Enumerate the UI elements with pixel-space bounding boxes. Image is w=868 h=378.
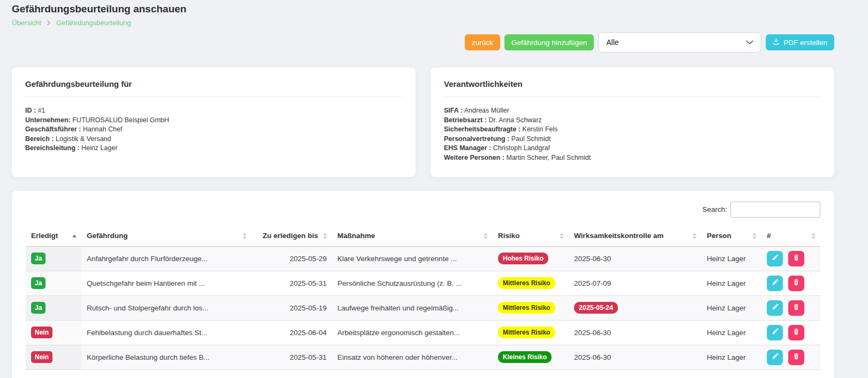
info-field: EHS Manager : Christoph Landgraf: [444, 144, 821, 153]
pencil-icon: [772, 353, 779, 361]
info-field-value: FUTUROSALUD Beispiel GmbH: [72, 116, 169, 124]
sort-icon: [484, 233, 488, 239]
person-cell: Heinz Lager: [701, 345, 761, 369]
measures-table: Erledigt Gefährdung Zu erledigen bis Maß…: [26, 226, 820, 370]
filter-select-value: Alle: [606, 38, 618, 47]
delete-button[interactable]: [788, 325, 804, 340]
info-field-value: Andreas Müller: [464, 107, 509, 114]
filter-select[interactable]: Alle: [598, 32, 761, 53]
done-cell: Ja: [26, 246, 81, 271]
breadcrumb-current[interactable]: Gefährdungsbeurteilung: [56, 19, 131, 27]
delete-button[interactable]: [788, 300, 804, 316]
column-header-massnahme[interactable]: Maßnahme: [332, 226, 493, 247]
pencil-icon: [772, 279, 779, 287]
control-date-cell: 2025-06-30: [569, 246, 701, 271]
back-button[interactable]: zurück: [465, 34, 500, 50]
control-date-cell: 2025-06-30: [569, 320, 701, 345]
done-cell: Ja: [26, 271, 81, 295]
hazard-cell: Rutsch- und Stolpergefahr durch los...: [81, 295, 252, 320]
info-field: ID : #1: [25, 106, 402, 116]
measure-cell: Laufwege freihalten und regelmäßig...: [332, 295, 493, 320]
assessment-fields: ID : #1Unternehmen: FUTUROSALUD Beispiel…: [25, 106, 402, 153]
info-field: SIFA : Andreas Müller: [444, 106, 821, 116]
info-field-label: Unternehmen:: [25, 116, 71, 124]
responsibilities-fields: SIFA : Andreas MüllerBetriebsarzt : Dr. …: [444, 106, 821, 163]
info-field-value: Paul Schmidt: [511, 135, 551, 143]
info-field-value: Martin Scheer, Paul Schmidt: [507, 154, 591, 161]
person-cell: Heinz Lager: [701, 246, 761, 271]
actions-cell: [761, 295, 820, 320]
breadcrumb-link-overview[interactable]: Übersicht: [12, 19, 41, 27]
toolbar: zurück Gefährdung hinzufügen Alle PDF er…: [12, 32, 834, 53]
search-input[interactable]: [730, 202, 820, 218]
download-icon: [773, 38, 780, 47]
info-field: Unternehmen: FUTUROSALUD Beispiel GmbH: [25, 116, 402, 125]
hazard-cell: Anfahrgefahr durch Flurförderzeuge...: [81, 246, 252, 271]
risk-badge: Mittleres Risiko: [498, 277, 555, 289]
info-field: Personalvertretung : Paul Schmidt: [444, 135, 821, 144]
sort-icon: [323, 233, 327, 239]
edit-button[interactable]: [767, 350, 783, 365]
column-header-person[interactable]: Person: [701, 226, 761, 247]
delete-button[interactable]: [788, 276, 804, 291]
card-divider: [25, 97, 402, 97]
info-field: Geschäftsführer : Hannah Chef: [25, 125, 402, 135]
sort-icon: [560, 233, 564, 239]
trash-icon: [793, 353, 799, 361]
page-title: Gefährdungsbeurteilung anschauen: [12, 3, 834, 15]
create-pdf-button[interactable]: PDF erstellen: [766, 34, 834, 50]
control-date-cell: 2025-05-24: [569, 295, 701, 320]
due-date-cell: 2025-05-31: [252, 345, 332, 369]
column-header-erledigt[interactable]: Erledigt: [26, 226, 81, 247]
done-cell: Ja: [26, 295, 81, 320]
measures-table-card: Search: Erledigt Gefährdung Zu erledigen…: [12, 191, 834, 378]
edit-button[interactable]: [767, 251, 783, 266]
delete-button[interactable]: [788, 350, 804, 365]
column-header-wirksamkeitskontrolle[interactable]: Wirksamkeitskontrolle am: [569, 226, 701, 247]
page: Gefährdungsbeurteilung anschauen Übersic…: [0, 0, 868, 378]
info-field-label: Sicherheitsbeauftragte :: [444, 125, 520, 133]
info-field-label: ID :: [25, 107, 36, 114]
add-hazard-button[interactable]: Gefährdung hinzufügen: [504, 34, 594, 50]
table-row: Ja Quetschgefahr beim Hantieren mit ... …: [26, 271, 820, 295]
column-header-actions[interactable]: #: [761, 226, 820, 247]
info-field-label: Geschäftsführer :: [25, 125, 81, 133]
info-field-label: Personalvertretung :: [444, 135, 509, 143]
risk-badge: Hohes Risiko: [498, 253, 548, 264]
hazard-cell: Körperliche Belastung durch tiefes B...: [81, 345, 252, 369]
control-date-cell: 2025-06-30: [569, 345, 701, 369]
hazard-cell: Fehlbelastung durch dauerhaftes St...: [81, 320, 252, 345]
info-field-label: Betriebsarzt :: [444, 116, 487, 124]
column-header-risiko[interactable]: Risiko: [493, 226, 569, 247]
edit-button[interactable]: [767, 325, 783, 340]
column-header-zu-erledigen-bis[interactable]: Zu erledigen bis: [252, 226, 332, 247]
due-date-cell: 2025-06-04: [252, 320, 332, 345]
info-field-value: Kerstin Fels: [523, 125, 558, 133]
done-badge: Ja: [31, 302, 46, 314]
info-field-label: Bereich :: [25, 135, 54, 143]
edit-button[interactable]: [767, 300, 783, 316]
risk-badge: Mittleres Risiko: [498, 327, 555, 338]
person-cell: Heinz Lager: [701, 295, 761, 320]
measure-cell: Einsatz von höheren oder höhenver...: [332, 345, 493, 369]
measure-cell: Klare Verkehrswege und getrennte ...: [332, 246, 493, 271]
risk-cell: Mittleres Risiko: [493, 271, 569, 295]
responsibilities-card-title: Verantwortlichkeiten: [444, 79, 821, 88]
delete-button[interactable]: [788, 251, 804, 266]
card-divider: [444, 97, 821, 97]
edit-button[interactable]: [767, 276, 783, 291]
info-field-value: Hannah Chef: [83, 125, 123, 133]
column-header-gefaehrdung[interactable]: Gefährdung: [81, 226, 252, 247]
sort-asc-icon: [72, 235, 77, 238]
table-body: Ja Anfahrgefahr durch Flurförderzeuge...…: [26, 246, 820, 369]
pencil-icon: [772, 254, 779, 263]
responsibilities-card: Verantwortlichkeiten SIFA : Andreas Müll…: [431, 68, 834, 177]
done-badge: Ja: [31, 253, 46, 264]
chevron-right-icon: [47, 20, 51, 25]
trash-icon: [793, 254, 799, 263]
done-badge: Nein: [31, 351, 52, 363]
info-field: Bereich : Logistik & Versand: [25, 135, 402, 144]
info-field-value: #1: [38, 107, 46, 114]
actions-cell: [761, 320, 820, 345]
done-badge: Ja: [31, 277, 46, 289]
